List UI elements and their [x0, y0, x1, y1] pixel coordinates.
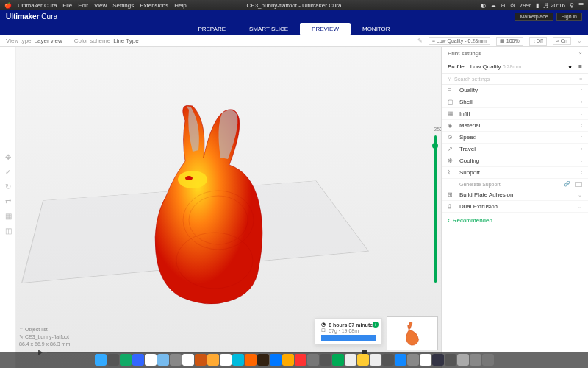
- mini-preview[interactable]: [387, 316, 438, 350]
- viewport[interactable]: 250 ⌃ Object list ✎ CE3_bunny-flatfoot 8…: [16, 47, 441, 368]
- dock-app-19[interactable]: [332, 354, 344, 366]
- dock-app-18[interactable]: [320, 354, 331, 366]
- menu-edit[interactable]: Edit: [78, 2, 88, 9]
- setting-cooling[interactable]: ❋Cooling‹: [442, 155, 588, 167]
- infill-badge[interactable]: ▦ 100%: [496, 37, 523, 46]
- viewtype-select[interactable]: Layer view: [35, 38, 62, 44]
- dock-app-7[interactable]: [182, 354, 194, 366]
- setting-support[interactable]: ⌇Support‹: [442, 167, 588, 179]
- dock-app-13[interactable]: [257, 354, 269, 366]
- dock-app-10[interactable]: [220, 354, 232, 366]
- model-preview[interactable]: [119, 99, 310, 319]
- dock-app-9[interactable]: [207, 354, 219, 366]
- info-icon[interactable]: i: [373, 322, 379, 328]
- dock-app-21[interactable]: [357, 354, 369, 366]
- tab-smartslice[interactable]: SMART SLICE: [237, 23, 300, 35]
- chevron-left-icon: ‹: [581, 146, 582, 152]
- setting-build-plate-adhesion[interactable]: ⊞Build Plate Adhesion⌄: [442, 189, 588, 201]
- wifi-icon[interactable]: ⊚: [510, 2, 515, 9]
- dock-app-28[interactable]: [445, 354, 456, 366]
- menu-help[interactable]: Help: [174, 2, 186, 9]
- dock-app-14[interactable]: [270, 354, 282, 366]
- object-filename[interactable]: ✎ CE3_bunny-flatfoot: [19, 333, 70, 341]
- menu-file[interactable]: File: [62, 2, 72, 9]
- status-icon-2[interactable]: ⊕: [501, 2, 506, 9]
- control-center-icon[interactable]: ☰: [578, 2, 584, 9]
- tab-monitor[interactable]: MONITOR: [351, 23, 402, 35]
- chevron-down-icon[interactable]: ⌄: [577, 38, 582, 44]
- category-icon: ◈: [448, 122, 455, 129]
- edit-icon[interactable]: ✎: [417, 38, 423, 44]
- menu-view[interactable]: View: [94, 2, 107, 9]
- dock-app-12[interactable]: [245, 354, 257, 366]
- window-title: CE3_bunny-flatfoot - Ultimaker Cura: [247, 2, 342, 9]
- setting-shell[interactable]: ▢Shell‹: [442, 96, 588, 108]
- dock-app-27[interactable]: [432, 354, 444, 366]
- dock-app-20[interactable]: [345, 354, 356, 366]
- tab-preview[interactable]: PREVIEW: [300, 23, 351, 35]
- tool-scale[interactable]: ⤢: [1, 165, 15, 178]
- dock-app-2[interactable]: [120, 354, 132, 366]
- layer-slider[interactable]: 250: [432, 135, 438, 283]
- support-badge[interactable]: ⌇ Off: [529, 37, 547, 46]
- status-icon[interactable]: ◐: [481, 2, 486, 9]
- tab-prepare[interactable]: PREPARE: [186, 23, 237, 35]
- menu-extensions[interactable]: Extensions: [140, 2, 168, 9]
- dock-app-8[interactable]: [195, 354, 207, 366]
- marketplace-button[interactable]: Marketplace: [514, 13, 553, 21]
- tool-rotate[interactable]: ↻: [1, 180, 15, 193]
- object-list-toggle[interactable]: ⌃ Object list: [19, 326, 70, 333]
- colorscheme-select[interactable]: Line Type: [113, 38, 139, 44]
- dock-app-22[interactable]: [370, 354, 381, 366]
- menu-app[interactable]: Ultimaker Cura: [18, 2, 57, 9]
- dock-app-0[interactable]: [95, 354, 107, 366]
- setting-dual-extrusion[interactable]: ⎙Dual Extrusion⌄: [442, 201, 588, 213]
- dock-app-25[interactable]: [407, 354, 419, 366]
- dock-app-31[interactable]: [482, 354, 494, 366]
- tool-support[interactable]: ◫: [1, 224, 15, 237]
- setting-speed[interactable]: ⊙Speed‹: [442, 132, 588, 144]
- dock-app-1[interactable]: [107, 354, 119, 366]
- dock-app-4[interactable]: [145, 354, 157, 366]
- dock-app-6[interactable]: [170, 354, 182, 366]
- setting-travel[interactable]: ↗Travel‹: [442, 144, 588, 155]
- link-icon[interactable]: 🔗: [564, 181, 570, 187]
- profile-select[interactable]: Low Quality 0.28mm: [470, 63, 562, 70]
- dock-app-23[interactable]: [382, 354, 394, 366]
- recommended-button[interactable]: ‹ Recommended: [442, 213, 588, 227]
- tool-mirror[interactable]: ⇄: [1, 194, 15, 208]
- dock-app-29[interactable]: [457, 354, 469, 366]
- dock-app-3[interactable]: [132, 354, 144, 366]
- filter-icon[interactable]: ≡: [579, 77, 582, 82]
- setting-quality[interactable]: ≡Quality‹: [442, 85, 588, 96]
- menu-settings[interactable]: Settings: [112, 2, 134, 9]
- dock-app-5[interactable]: [157, 354, 169, 366]
- dock-app-30[interactable]: [470, 354, 481, 366]
- dock-app-24[interactable]: [395, 354, 406, 366]
- generate-support-toggle[interactable]: [575, 182, 582, 187]
- dock-app-15[interactable]: [282, 354, 294, 366]
- dock-app-17[interactable]: [307, 354, 319, 366]
- adhesion-badge[interactable]: ≈ On: [553, 37, 571, 45]
- search-input[interactable]: Search settings: [454, 77, 490, 82]
- tool-mesh[interactable]: ▦: [1, 209, 15, 222]
- dock-app-11[interactable]: [232, 354, 244, 366]
- menu-icon[interactable]: ≡: [578, 63, 582, 70]
- setting-infill[interactable]: ▦Infill‹: [442, 108, 588, 120]
- dock-app-26[interactable]: [420, 354, 431, 366]
- close-icon[interactable]: ×: [578, 50, 582, 57]
- cloud-icon[interactable]: ☁: [490, 2, 496, 9]
- signin-button[interactable]: Sign in: [556, 13, 582, 21]
- search-icon[interactable]: ⚲: [570, 2, 574, 9]
- slider-thumb[interactable]: [432, 143, 438, 149]
- apple-icon[interactable]: 🍎: [4, 2, 12, 9]
- quality-badge[interactable]: ≡ Low Quality - 0.28mm: [429, 37, 490, 45]
- save-button[interactable]: [321, 335, 376, 341]
- chevron-left-icon: ‹: [581, 135, 582, 140]
- dock-app-16[interactable]: [295, 354, 306, 366]
- tool-move[interactable]: ✥: [1, 150, 15, 163]
- dock: [0, 352, 588, 368]
- star-icon[interactable]: ★: [567, 63, 573, 70]
- category-icon: ↗: [448, 146, 455, 152]
- setting-material[interactable]: ◈Material‹: [442, 120, 588, 132]
